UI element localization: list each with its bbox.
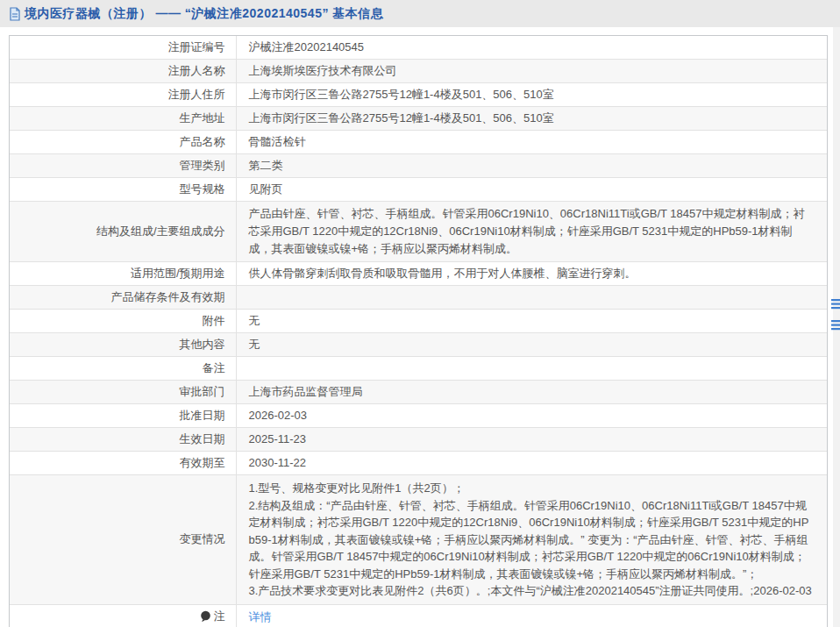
table-row-intended-use: 适用范围/预期用途 供人体骨骼穿刺刮取骨质和吸取骨髓用，不用于对人体腰椎、脑室进…: [10, 262, 827, 286]
row-value: 2026-02-03: [236, 404, 827, 428]
page: { "page": { "title": "境内医疗器械（注册） —— “沪械注…: [0, 0, 840, 627]
floating-menu-icon[interactable]: [831, 319, 840, 331]
row-value: [236, 286, 827, 310]
table-row-effective-date: 生效日期 2025-11-23: [10, 428, 827, 452]
change-note-line: 2.结构及组成：“产品由针座、针管、衬芯、手柄组成。针管采用06Cr19Ni10…: [249, 497, 815, 583]
row-label: 生效日期: [10, 428, 236, 452]
row-label: 注册证编号: [10, 36, 236, 60]
registration-info-table: 注册证编号 沪械注准20202140545 注册人名称 上海埃斯埃医疗技术有限公…: [9, 35, 828, 627]
row-value: 供人体骨骼穿刺刮取骨质和吸取骨髓用，不用于对人体腰椎、脑室进行穿刺。: [236, 262, 827, 286]
table-row-registrant-name: 注册人名称 上海埃斯埃医疗技术有限公司: [10, 60, 827, 83]
row-label: 生产地址: [10, 107, 236, 131]
table-row-change-status: 变更情况 1.型号、规格变更对比见附件1（共2页）； 2.结构及组成：“产品由针…: [10, 475, 827, 605]
table-row-model-spec: 型号规格 见附页: [10, 178, 827, 202]
table-row-registration-number: 注册证编号 沪械注准20202140545: [10, 36, 827, 60]
row-value: 产品由针座、针管、衬芯、手柄组成。针管采用06Cr19Ni10、06Cr18Ni…: [236, 202, 827, 262]
change-note-line: 1.型号、规格变更对比见附件1（共2页）；: [249, 480, 815, 497]
table-row-registrant-address: 注册人住所 上海市闵行区三鲁公路2755号12幢1-4楼及501、506、510…: [10, 83, 827, 107]
change-note-line: 3.产品技术要求变更对比表见附件2（共6页）。;本文件与“沪械注准2020214…: [249, 582, 815, 600]
row-value: 上海市闵行区三鲁公路2755号12幢1-4楼及501、506、510室: [236, 107, 827, 131]
table-row-production-address: 生产地址 上海市闵行区三鲁公路2755号12幢1-4楼及501、506、510室: [10, 107, 827, 131]
table-row-note: 注 详情: [10, 604, 827, 627]
table-row-remarks: 备注: [10, 357, 827, 381]
detail-link[interactable]: 详情: [249, 610, 272, 623]
row-label: 型号规格: [10, 178, 236, 202]
row-label: 注册人住所: [10, 83, 236, 107]
table-row-storage-conditions: 产品储存条件及有效期: [10, 286, 827, 310]
table-row-structure-composition: 结构及组成/主要组成成分 产品由针座、针管、衬芯、手柄组成。针管采用06Cr19…: [10, 202, 827, 262]
row-label: 管理类别: [10, 154, 236, 178]
row-value: 上海市药品监督管理局: [236, 381, 827, 404]
table-row-other-content: 其他内容 无: [10, 333, 827, 357]
table-row-approval-department: 审批部门 上海市药品监督管理局: [10, 381, 827, 404]
row-value: 1.型号、规格变更对比见附件1（共2页）； 2.结构及组成：“产品由针座、针管、…: [236, 475, 827, 605]
row-label: 变更情况: [10, 475, 236, 605]
document-icon: [9, 7, 21, 21]
row-label: 有效期至: [10, 452, 236, 475]
row-label: 批准日期: [10, 404, 236, 428]
row-label: 注册人名称: [10, 60, 236, 83]
row-value: 无: [236, 333, 827, 357]
row-label: 结构及组成/主要组成成分: [10, 202, 236, 262]
row-value: 沪械注准20202140545: [236, 36, 827, 60]
note-bubble-icon: [200, 610, 211, 623]
row-value: 见附页: [236, 178, 827, 202]
row-label: 产品储存条件及有效期: [10, 286, 236, 310]
table-row-product-name: 产品名称 骨髓活检针: [10, 131, 827, 154]
row-label: 产品名称: [10, 131, 236, 154]
row-value: 2025-11-23: [236, 428, 827, 452]
table-row-attachments: 附件 无: [10, 310, 827, 333]
row-label: 适用范围/预期用途: [10, 262, 236, 286]
row-value: 第二类: [236, 154, 827, 178]
row-value: [236, 357, 827, 381]
row-value: 上海市闵行区三鲁公路2755号12幢1-4楼及501、506、510室: [236, 83, 827, 107]
table-row-approval-date: 批准日期 2026-02-03: [10, 404, 827, 428]
row-label: 审批部门: [10, 381, 236, 404]
page-header: 境内医疗器械（注册） —— “沪械注准20202140545” 基本信息: [0, 0, 840, 27]
row-label: 其他内容: [10, 333, 236, 357]
table-row-valid-until: 有效期至 2030-11-22: [10, 452, 827, 475]
floating-list-icon[interactable]: [831, 298, 840, 310]
table-row-management-category: 管理类别 第二类: [10, 154, 827, 178]
row-value: 骨髓活检针: [236, 131, 827, 154]
row-value: 2030-11-22: [236, 452, 827, 475]
row-value: 上海埃斯埃医疗技术有限公司: [236, 60, 827, 83]
row-value: 无: [236, 310, 827, 333]
row-label: 注: [214, 609, 225, 623]
page-title: 境内医疗器械（注册） —— “沪械注准20202140545” 基本信息: [25, 6, 383, 22]
row-label: 备注: [10, 357, 236, 381]
row-label: 附件: [10, 310, 236, 333]
